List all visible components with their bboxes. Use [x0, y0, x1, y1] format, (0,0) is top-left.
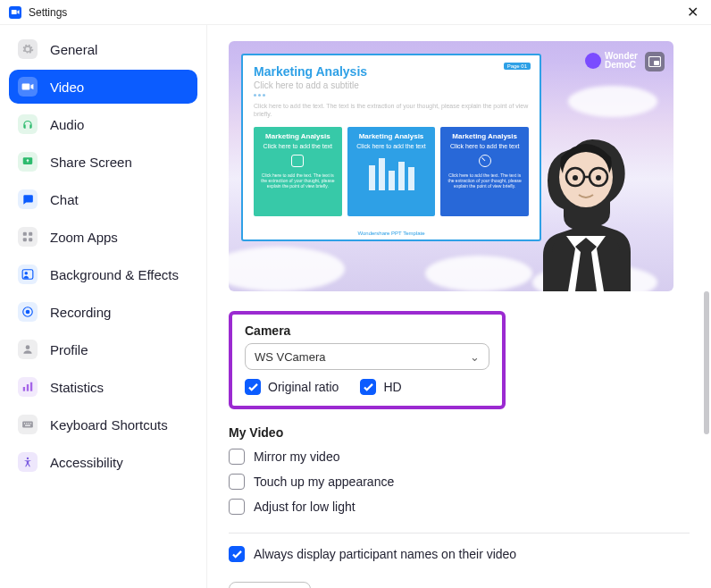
checkbox-unchecked-icon	[229, 499, 245, 515]
sidebar-item-accessibility[interactable]: Accessibility	[9, 445, 197, 479]
accessibility-icon	[18, 452, 38, 472]
display-names-label: Always display participant names on thei…	[254, 547, 516, 561]
chevron-down-icon: ⌄	[470, 350, 480, 364]
slide-page-tag: Page 01	[504, 63, 531, 70]
sidebar-item-background-effects[interactable]: Background & Effects	[9, 257, 197, 291]
mirror-video-checkbox[interactable]: Mirror my video	[229, 449, 690, 465]
sidebar-item-label: Zoom Apps	[50, 230, 118, 245]
touch-up-label: Touch up my appearance	[254, 475, 394, 489]
chat-icon	[18, 189, 38, 209]
sidebar-item-keyboard-shortcuts[interactable]: Keyboard Shortcuts	[9, 407, 197, 441]
checkbox-unchecked-icon	[229, 449, 245, 465]
sidebar-item-zoom-apps[interactable]: Zoom Apps	[9, 220, 197, 254]
slide-description: Click here to add the text. The text is …	[254, 102, 529, 118]
checkbox-checked-icon	[245, 379, 261, 395]
democreator-logo-icon	[585, 53, 601, 69]
sidebar-item-video[interactable]: Video	[9, 70, 197, 104]
svg-rect-11	[27, 384, 29, 391]
my-video-section-label: My Video	[229, 425, 690, 440]
checkbox-unchecked-icon	[229, 474, 245, 490]
touch-up-checkbox[interactable]: Touch up my appearance	[229, 474, 690, 490]
sidebar-item-label: Background & Effects	[50, 267, 179, 282]
settings-sidebar: General Video Audio Share Screen Chat	[0, 25, 207, 588]
sidebar-item-label: Share Screen	[50, 155, 132, 170]
svg-rect-3	[23, 238, 27, 241]
recording-icon	[18, 302, 38, 322]
sidebar-item-label: Keyboard Shortcuts	[50, 417, 168, 433]
main-panel: Page 01 Marketing Analysis Click here to…	[207, 25, 711, 588]
headphones-icon	[18, 114, 38, 134]
sidebar-item-general[interactable]: General	[9, 32, 197, 66]
sidebar-item-label: Chat	[50, 192, 79, 207]
camera-selected-value: WS VCamera	[255, 350, 325, 364]
titlebar: Settings ✕	[0, 0, 711, 25]
svg-rect-4	[29, 238, 32, 241]
sidebar-item-label: Statistics	[50, 380, 104, 395]
slide-card: Marketing Analysis Click here to add the…	[347, 127, 436, 216]
gear-icon	[18, 39, 38, 59]
checkbox-checked-icon	[360, 379, 376, 395]
hd-label: HD	[383, 380, 401, 394]
svg-rect-13	[22, 422, 33, 428]
svg-rect-10	[23, 387, 25, 391]
camera-dropdown[interactable]: WS VCamera ⌄	[245, 343, 489, 370]
svg-rect-1	[23, 232, 27, 236]
avatar	[516, 122, 650, 291]
advanced-button[interactable]: Advanced	[229, 582, 311, 588]
svg-point-8	[26, 310, 30, 315]
slide-subtitle: Click here to add a subtitle	[254, 80, 529, 90]
my-video-section: My Video Mirror my video Touch up my app…	[229, 425, 690, 515]
slide-card: Marketing Analysis Click here to add the…	[254, 127, 342, 216]
close-button[interactable]: ✕	[683, 4, 702, 21]
sidebar-item-label: Recording	[50, 305, 111, 320]
svg-rect-16	[29, 423, 29, 424]
profile-icon	[18, 340, 38, 359]
original-ratio-label: Original ratio	[268, 380, 339, 394]
svg-point-9	[26, 345, 30, 349]
statistics-icon	[18, 377, 38, 397]
display-names-checkbox[interactable]: Always display participant names on thei…	[229, 546, 690, 562]
original-ratio-checkbox[interactable]: Original ratio	[245, 379, 339, 395]
svg-rect-2	[29, 232, 32, 236]
presentation-slide: Page 01 Marketing Analysis Click here to…	[241, 54, 541, 241]
sidebar-item-label: Accessibility	[50, 455, 123, 470]
svg-rect-18	[25, 425, 30, 426]
svg-rect-15	[26, 423, 27, 424]
sidebar-item-label: General	[50, 42, 97, 57]
sidebar-item-audio[interactable]: Audio	[9, 107, 197, 141]
svg-point-27	[596, 175, 601, 181]
sidebar-item-recording[interactable]: Recording	[9, 295, 197, 329]
slide-title: Marketing Analysis	[254, 64, 529, 79]
svg-rect-21	[654, 61, 659, 65]
keyboard-icon	[18, 415, 38, 434]
picture-in-picture-icon[interactable]	[645, 52, 665, 71]
svg-rect-12	[30, 382, 32, 391]
apps-icon	[18, 227, 38, 247]
sidebar-item-share-screen[interactable]: Share Screen	[9, 145, 197, 179]
mirror-video-label: Mirror my video	[254, 449, 339, 464]
zoom-app-icon	[9, 6, 21, 19]
checkbox-checked-icon	[229, 546, 245, 562]
watermark: Wonder DemoC	[585, 52, 638, 70]
sidebar-item-chat[interactable]: Chat	[9, 182, 197, 216]
background-icon	[18, 265, 38, 284]
svg-point-19	[27, 458, 29, 459]
scrollbar-thumb[interactable]	[704, 291, 709, 434]
sidebar-item-label: Profile	[50, 342, 88, 357]
svg-rect-17	[30, 423, 31, 424]
camera-section-label: Camera	[245, 323, 489, 338]
sidebar-item-label: Video	[50, 80, 84, 95]
sidebar-item-statistics[interactable]: Statistics	[9, 370, 197, 404]
divider	[229, 533, 690, 533]
svg-rect-14	[24, 423, 25, 424]
window-title: Settings	[29, 6, 683, 19]
camera-section-highlight: Camera WS VCamera ⌄ Original ratio HD	[229, 311, 506, 409]
camera-preview: Page 01 Marketing Analysis Click here to…	[229, 41, 673, 291]
hd-checkbox[interactable]: HD	[360, 379, 401, 395]
slide-footer: Wondershare PPT Template	[243, 231, 540, 236]
sidebar-item-profile[interactable]: Profile	[9, 332, 197, 366]
low-light-checkbox[interactable]: Adjust for low light	[229, 499, 690, 515]
low-light-label: Adjust for low light	[254, 500, 356, 514]
sidebar-item-label: Audio	[50, 117, 84, 132]
svg-point-26	[573, 175, 578, 181]
